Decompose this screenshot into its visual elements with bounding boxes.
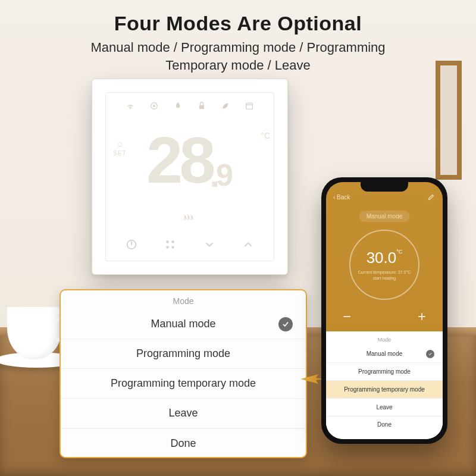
- svg-marker-9: [300, 374, 324, 384]
- svg-point-8: [172, 246, 174, 249]
- phone-temperature-dial: 30.0°C Current temperature: 27.5°Cstart …: [349, 230, 419, 300]
- svg-point-1: [153, 105, 155, 107]
- down-button[interactable]: [203, 238, 216, 251]
- mode-option-leave[interactable]: Leave: [61, 399, 306, 428]
- mode-option-programming-temp[interactable]: Programming temporary mode: [61, 369, 306, 399]
- phone-plus-button[interactable]: +: [418, 308, 426, 325]
- mode-selection-card: Mode Manual mode Programming mode Progra…: [60, 289, 307, 458]
- phone-back-button[interactable]: ‹ Back: [333, 194, 350, 201]
- check-icon: [278, 317, 293, 331]
- svg-point-7: [167, 246, 169, 249]
- mode-done-button[interactable]: Done: [61, 428, 306, 457]
- wifi-icon: [126, 101, 135, 111]
- phone-mockup: ‹ Back Manual mode 30.0°C Current temper…: [321, 177, 447, 444]
- subheadline: Manual mode / Programming mode / Program…: [0, 39, 476, 74]
- heating-icon: [106, 211, 274, 225]
- phone-done-button[interactable]: Done: [326, 416, 443, 433]
- phone-mode-sheet: Mode Manual mode Programming mode Progra…: [326, 332, 443, 439]
- phone-mode-leave[interactable]: Leave: [326, 399, 443, 416]
- phone-mode-programming[interactable]: Programming mode: [326, 363, 443, 381]
- svg-point-6: [172, 241, 174, 243]
- phone-mode-tag: Manual mode: [359, 211, 410, 222]
- svg-rect-2: [199, 105, 204, 109]
- picture-frame: [436, 61, 462, 180]
- check-icon: [426, 350, 434, 358]
- mode-option-manual[interactable]: Manual mode: [61, 309, 306, 339]
- leaf-icon: [221, 101, 230, 111]
- lock-icon: [197, 101, 206, 111]
- phone-edit-icon[interactable]: [427, 193, 436, 201]
- up-button[interactable]: [242, 238, 255, 251]
- headline: Four Modes Are Optional: [0, 12, 476, 35]
- flame-icon: [173, 101, 183, 111]
- thermostat-status-icons: [106, 101, 274, 111]
- link-arrow-icon: [300, 373, 324, 385]
- phone-minus-button[interactable]: −: [343, 308, 351, 325]
- phone-mode-manual[interactable]: Manual mode: [326, 345, 443, 363]
- phone-mode-programming-temp[interactable]: Programming temporary mode: [326, 381, 443, 399]
- mode-option-programming[interactable]: Programming mode: [61, 339, 306, 369]
- svg-point-5: [167, 241, 169, 243]
- power-button[interactable]: [125, 238, 138, 251]
- thermostat-panel: ☺ SET °C 28.9: [92, 79, 288, 275]
- temperature-display: °C 28.9: [106, 127, 274, 193]
- mode-card-title: Mode: [61, 290, 306, 309]
- target-icon: [149, 101, 159, 111]
- schedule-icon: [245, 101, 254, 111]
- mode-button[interactable]: [164, 238, 177, 251]
- svg-rect-3: [246, 103, 253, 109]
